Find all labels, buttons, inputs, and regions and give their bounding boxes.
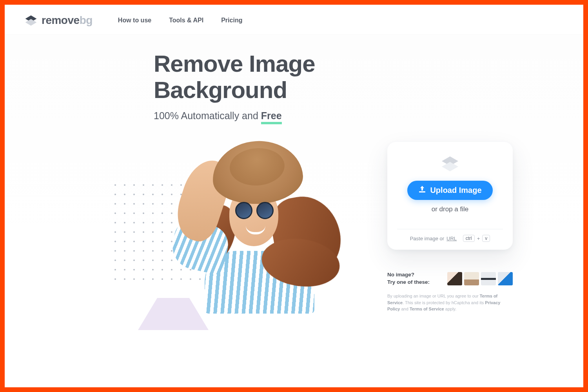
- logo-text-bg: bg: [80, 14, 93, 26]
- sample-thumb-3[interactable]: [481, 272, 496, 285]
- tos-link-2[interactable]: Terms of Service: [410, 307, 444, 311]
- logo[interactable]: removebg: [24, 14, 93, 27]
- sample-thumb-1[interactable]: [447, 272, 462, 285]
- nav-how-to-use[interactable]: How to use: [118, 17, 151, 24]
- upload-card: Upload Image or drop a file Paste image …: [387, 142, 513, 250]
- sample-thumb-4[interactable]: [498, 272, 513, 285]
- nav: How to use Tools & API Pricing: [118, 17, 243, 24]
- legal-text: By uploading an image or URL you agree t…: [387, 293, 513, 312]
- paste-prefix: Paste image or: [410, 236, 444, 241]
- page: removebg How to use Tools & API Pricing …: [5, 5, 583, 387]
- keycap-ctrl: ctrl: [463, 235, 475, 242]
- logo-icon: [24, 15, 38, 26]
- keycap-plus: +: [477, 236, 480, 241]
- header: removebg How to use Tools & API Pricing: [5, 5, 583, 35]
- hero-subtitle-prefix: 100% Automatically and: [154, 110, 261, 121]
- svg-rect-4: [419, 191, 425, 192]
- logo-text: removebg: [42, 14, 93, 27]
- svg-marker-3: [442, 162, 458, 171]
- drop-text: or drop a file: [397, 205, 503, 213]
- samples-text: No image? Try one of these:: [387, 271, 430, 286]
- paste-url-link[interactable]: URL: [446, 236, 457, 241]
- hero-title-line2: Background: [154, 77, 287, 103]
- logo-text-main: remove: [42, 14, 80, 26]
- upload-button[interactable]: Upload Image: [407, 181, 492, 200]
- upload-icon: [418, 186, 426, 195]
- hero-title-line1: Remove Image: [154, 51, 315, 77]
- nav-tools-api[interactable]: Tools & API: [169, 17, 203, 24]
- keycap-v: v: [482, 235, 490, 242]
- samples-line2: Try one of these:: [387, 279, 430, 286]
- hero-subtitle-free: Free: [261, 110, 282, 124]
- upload-button-label: Upload Image: [430, 186, 481, 195]
- hero-image: [122, 133, 326, 298]
- samples-line1: No image?: [387, 271, 430, 279]
- hero-title: Remove Image Background: [154, 51, 564, 103]
- samples-row: No image? Try one of these:: [387, 271, 513, 286]
- paste-hint: Paste image or URL ctrl + v: [397, 229, 503, 242]
- card-logo-icon: [397, 156, 503, 172]
- sample-thumbs: [447, 272, 513, 285]
- hero-photo: [158, 141, 322, 294]
- svg-marker-1: [25, 19, 37, 26]
- hero-subtitle: 100% Automatically and Free: [154, 110, 564, 122]
- nav-pricing[interactable]: Pricing: [221, 17, 242, 24]
- sample-thumb-2[interactable]: [464, 272, 479, 285]
